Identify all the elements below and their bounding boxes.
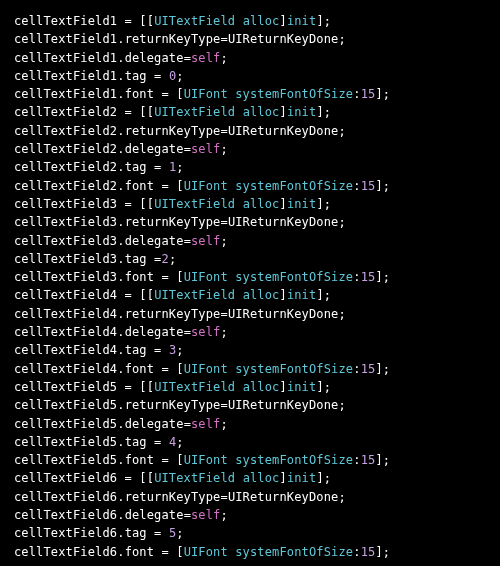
code-line: cellTextField2 = [[UITextField alloc]ini… <box>14 103 486 121</box>
code-line: cellTextField5.returnKeyType=UIReturnKey… <box>14 396 486 414</box>
code-line: cellTextField3.font = [UIFont systemFont… <box>14 268 486 286</box>
code-line: cellTextField2.delegate=self; <box>14 140 486 158</box>
code-line: cellTextField2.font = [UIFont systemFont… <box>14 177 486 195</box>
code-line: cellTextField5.font = [UIFont systemFont… <box>14 451 486 469</box>
code-block: cellTextField1 = [[UITextField alloc]ini… <box>14 12 486 561</box>
code-line: cellTextField1.tag = 0; <box>14 67 486 85</box>
code-line: cellTextField4.returnKeyType=UIReturnKey… <box>14 305 486 323</box>
code-line: cellTextField6.tag = 5; <box>14 524 486 542</box>
code-line: cellTextField3 = [[UITextField alloc]ini… <box>14 195 486 213</box>
code-line: cellTextField3.delegate=self; <box>14 232 486 250</box>
code-line: cellTextField4.tag = 3; <box>14 341 486 359</box>
code-line: cellTextField6.font = [UIFont systemFont… <box>14 543 486 561</box>
code-line: cellTextField1.font = [UIFont systemFont… <box>14 85 486 103</box>
code-line: cellTextField5.delegate=self; <box>14 415 486 433</box>
code-line: cellTextField4.font = [UIFont systemFont… <box>14 360 486 378</box>
code-line: cellTextField5.tag = 4; <box>14 433 486 451</box>
code-line: cellTextField6 = [[UITextField alloc]ini… <box>14 469 486 487</box>
code-line: cellTextField4.delegate=self; <box>14 323 486 341</box>
code-line: cellTextField1 = [[UITextField alloc]ini… <box>14 12 486 30</box>
code-line: cellTextField3.returnKeyType=UIReturnKey… <box>14 213 486 231</box>
code-line: cellTextField4 = [[UITextField alloc]ini… <box>14 286 486 304</box>
code-line: cellTextField1.returnKeyType=UIReturnKey… <box>14 30 486 48</box>
code-line: cellTextField1.delegate=self; <box>14 49 486 67</box>
code-line: cellTextField5 = [[UITextField alloc]ini… <box>14 378 486 396</box>
code-line: cellTextField2.tag = 1; <box>14 158 486 176</box>
code-line: cellTextField2.returnKeyType=UIReturnKey… <box>14 122 486 140</box>
code-line: cellTextField6.returnKeyType=UIReturnKey… <box>14 488 486 506</box>
code-line: cellTextField3.tag =2; <box>14 250 486 268</box>
code-line: cellTextField6.delegate=self; <box>14 506 486 524</box>
